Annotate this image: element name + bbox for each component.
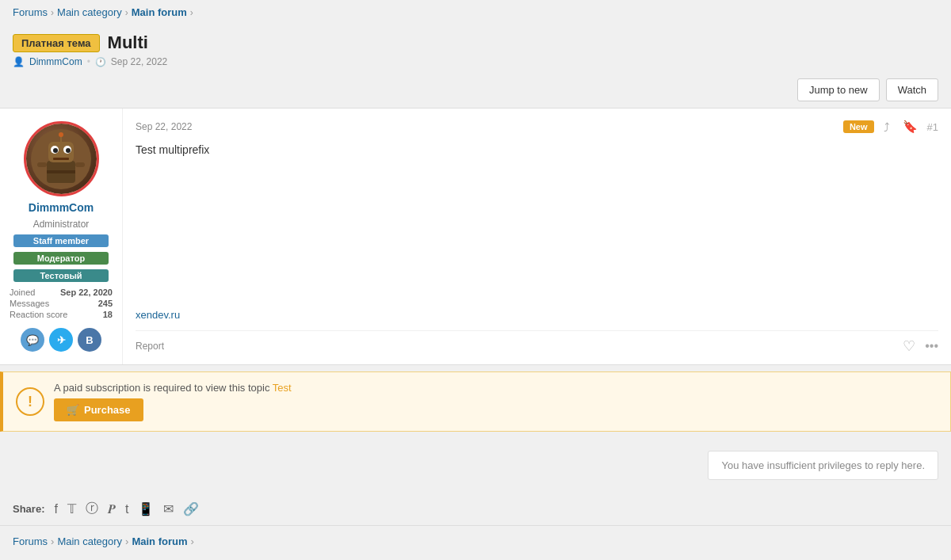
post-header-actions: New ⤴ 🔖 #1 <box>843 118 938 135</box>
thread-title: Multi <box>108 32 148 53</box>
reaction-count: 18 <box>103 310 113 319</box>
post-footer: Report ♡ ••• <box>136 330 938 355</box>
svg-rect-12 <box>47 170 75 173</box>
svg-rect-7 <box>53 158 69 160</box>
meta-sep: • <box>87 56 90 67</box>
breadcrumb-main-forum[interactable]: Main forum <box>132 6 187 18</box>
avatar-image <box>26 124 97 194</box>
user-sidebar: DimmmCom Administrator Staff member Моде… <box>0 109 123 364</box>
svg-point-6 <box>66 148 71 153</box>
notice-icon: ! <box>16 387 44 416</box>
bookmark-icon[interactable]: 🔖 <box>899 118 921 135</box>
svg-point-5 <box>53 148 58 153</box>
post-number: #1 <box>927 121 938 133</box>
clock-icon: 🕐 <box>95 57 106 67</box>
facebook-icon[interactable]: f <box>54 502 57 516</box>
breadcrumb-sep-1: › <box>51 7 54 18</box>
messages-label: Messages <box>10 299 49 308</box>
share-label: Share: <box>13 503 44 515</box>
watch-button[interactable]: Watch <box>886 78 938 101</box>
breadcrumb-bottom: Forums › Main category › Main forum › <box>0 526 951 557</box>
bottom-breadcrumb-main-forum[interactable]: Main forum <box>132 535 187 547</box>
social-icons: 💬 ✈ В <box>21 328 101 352</box>
reaction-label: Reaction score <box>10 310 67 319</box>
pinterest-icon[interactable]: 𝑷 <box>108 502 116 516</box>
bottom-sep-2: › <box>125 535 128 547</box>
svg-point-9 <box>59 132 63 137</box>
notice-text: A paid subscription is required to view … <box>54 382 938 394</box>
bottom-breadcrumb-forums[interactable]: Forums <box>13 535 48 547</box>
breadcrumb-forums[interactable]: Forums <box>13 6 48 18</box>
breadcrumb-main-category[interactable]: Main category <box>57 6 122 18</box>
reddit-icon[interactable]: ⓡ <box>86 501 98 517</box>
like-button[interactable]: ♡ <box>903 337 915 355</box>
purchase-button[interactable]: 🛒 Purchase <box>54 398 143 421</box>
jump-to-new-button[interactable]: Jump to new <box>797 78 880 101</box>
joined-date: Sep 22, 2020 <box>60 288 113 297</box>
thread-prefix: Платная тема <box>13 34 100 52</box>
insufficient-privileges-text: You have insufficient privileges to repl… <box>708 451 938 480</box>
messages-count: 245 <box>98 299 113 308</box>
tumblr-icon[interactable]: t <box>125 502 128 516</box>
svg-rect-10 <box>37 162 47 167</box>
user-icon: 👤 <box>13 56 25 67</box>
social-chat-button[interactable]: 💬 <box>21 328 44 352</box>
subscription-notice: ! A paid subscription is required to vie… <box>0 371 951 432</box>
bottom-breadcrumb-main-category[interactable]: Main category <box>57 535 122 547</box>
badge-staff: Staff member <box>13 234 109 247</box>
notice-content: A paid subscription is required to view … <box>54 382 938 421</box>
user-stats: Joined Sep 22, 2020 Messages 245 Reactio… <box>10 287 113 320</box>
svg-rect-11 <box>75 162 85 167</box>
thread-author[interactable]: DimmmCom <box>29 56 82 67</box>
username[interactable]: DimmmCom <box>29 201 94 214</box>
share-bar: Share: f 𝕋 ⓡ 𝑷 t 📱 ✉ 🔗 <box>0 493 951 525</box>
new-badge: New <box>843 120 874 133</box>
joined-label: Joined <box>10 288 35 297</box>
breadcrumb-sep-3: › <box>190 7 193 18</box>
avatar-svg <box>29 128 93 191</box>
bottom-sep-3: › <box>190 535 193 547</box>
post-header: Sep 22, 2022 New ⤴ 🔖 #1 <box>136 118 938 135</box>
share-icon[interactable]: ⤴ <box>880 119 893 135</box>
post-content-area: Sep 22, 2022 New ⤴ 🔖 #1 Test multiprefix… <box>123 109 951 364</box>
reply-area: You have insufficient privileges to repl… <box>0 438 951 493</box>
test-link[interactable]: Test <box>273 382 292 394</box>
email-icon[interactable]: ✉ <box>163 501 174 516</box>
badge-moderator: Модератор <box>13 252 109 265</box>
whatsapp-icon[interactable]: 📱 <box>138 501 154 516</box>
report-link[interactable]: Report <box>136 341 164 352</box>
social-vk-button[interactable]: В <box>78 328 101 352</box>
action-bar: Jump to new Watch <box>0 72 951 108</box>
badge-testoviy: Тестовый <box>13 269 109 282</box>
post-container: DimmmCom Administrator Staff member Моде… <box>0 108 951 365</box>
breadcrumb-top: Forums › Main category › Main forum › <box>0 0 951 25</box>
bottom-sep-1: › <box>51 535 54 547</box>
thread-header: Платная тема Multi 👤 DimmmCom • 🕐 Sep 22… <box>0 25 951 72</box>
twitter-icon[interactable]: 𝕋 <box>67 501 76 516</box>
breadcrumb-sep-2: › <box>125 7 128 18</box>
social-telegram-button[interactable]: ✈ <box>49 328 73 352</box>
more-button[interactable]: ••• <box>925 339 938 353</box>
link-icon[interactable]: 🔗 <box>183 501 199 516</box>
post-link[interactable]: xendev.ru <box>136 309 938 321</box>
post-text: Test multiprefix <box>136 142 938 303</box>
post-date: Sep 22, 2022 <box>136 121 192 132</box>
post-footer-right: ♡ ••• <box>903 337 938 355</box>
user-role: Administrator <box>33 219 90 230</box>
avatar[interactable] <box>24 121 99 196</box>
thread-date: Sep 22, 2022 <box>111 56 167 67</box>
purchase-icon: 🛒 <box>67 404 79 416</box>
